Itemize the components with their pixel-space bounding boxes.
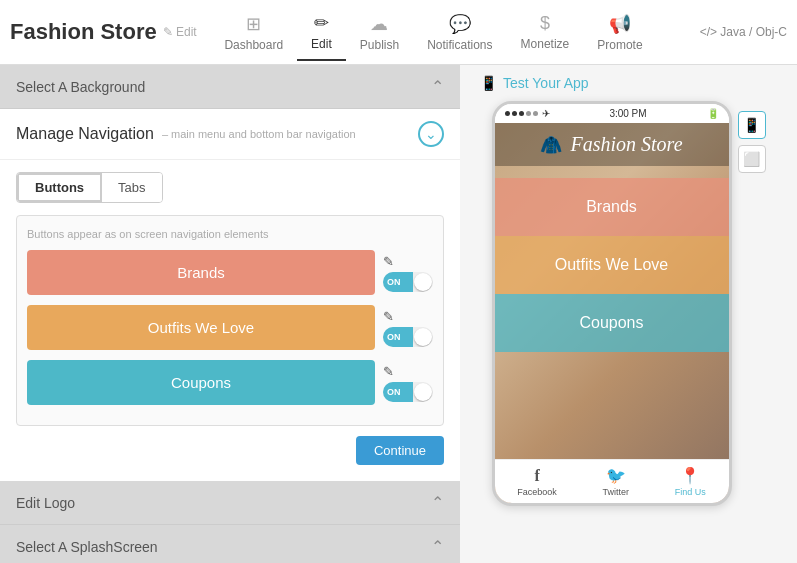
twitter-icon: 🐦 [606, 466, 626, 485]
coupons-toggle[interactable]: ON [383, 382, 433, 402]
phone-frame: ✈ 3:00 PM 🔋 🧥 Fashion Store [492, 101, 732, 506]
buttons-tab[interactable]: Buttons [17, 173, 102, 202]
nav-content: Buttons Tabs Buttons appear as on screen… [0, 160, 460, 481]
brand-title: Fashion Store [10, 19, 157, 45]
outfits-row: Outfits We Love ✎ ON [27, 305, 433, 350]
manage-nav-section: Manage Navigation – main menu and bottom… [0, 109, 460, 481]
left-panel: Select A Background ⌃ Manage Navigation … [0, 65, 460, 563]
phone-icon: 📱 [480, 75, 497, 91]
phone-coupons-btn[interactable]: Coupons [495, 294, 729, 352]
hanger-icon: 🧥 [540, 134, 562, 156]
nav-items-hint: Buttons appear as on screen navigation e… [27, 228, 433, 240]
phone-outfits-btn[interactable]: Outfits We Love [495, 236, 729, 294]
device-toggles: 📱 ⬜ [738, 111, 766, 173]
phone-app-title: Fashion Store [570, 133, 682, 156]
phone-app-header-bar: 🧥 Fashion Store [495, 123, 729, 166]
publish-icon: ☁ [370, 13, 388, 35]
edit-logo-section: Edit Logo ⌃ [0, 481, 460, 525]
promote-icon: 📢 [609, 13, 631, 35]
nav-dashboard[interactable]: ⊞ Dashboard [210, 5, 297, 60]
nav-notifications[interactable]: 💬 Notifications [413, 5, 506, 60]
test-app-label: Test Your App [503, 75, 589, 91]
select-bg-chevron-icon: ⌃ [431, 77, 444, 96]
nav-edit[interactable]: ✏ Edit [297, 4, 346, 61]
main-content: Select A Background ⌃ Manage Navigation … [0, 65, 797, 563]
phone-bottom-bar: f Facebook 🐦 Twitter 📍 Find Us [495, 459, 729, 503]
phone-twitter-item[interactable]: 🐦 Twitter [602, 466, 629, 497]
code-label[interactable]: </> Java / Obj-C [657, 25, 787, 39]
manage-nav-subtitle: – main menu and bottom bar navigation [162, 128, 356, 140]
dashboard-icon: ⊞ [246, 13, 261, 35]
nav-promote[interactable]: 📢 Promote [583, 5, 656, 60]
phone-app-bg: 🧥 Fashion Store Brands Outfits We Love C… [495, 123, 729, 503]
brands-edit-icon[interactable]: ✎ [383, 254, 394, 269]
outfits-controls: ✎ ON [383, 309, 433, 347]
phone-time: 3:00 PM [609, 108, 646, 119]
phone-toggle-btn[interactable]: 📱 [738, 111, 766, 139]
edit-logo-label: Edit Logo [16, 495, 75, 511]
coupons-button[interactable]: Coupons [27, 360, 375, 405]
select-splash-chevron-icon: ⌃ [431, 537, 444, 556]
brand-section: Fashion Store ✎ Edit [10, 19, 210, 45]
outfits-button[interactable]: Outfits We Love [27, 305, 375, 350]
facebook-icon: f [534, 467, 539, 485]
monetize-icon: $ [540, 13, 550, 34]
select-splash-label: Select A SplashScreen [16, 539, 158, 555]
tabs-tab[interactable]: Tabs [102, 173, 161, 202]
phone-overlay-btns: Brands Outfits We Love Coupons [495, 178, 729, 352]
phone-findus-item[interactable]: 📍 Find Us [675, 466, 706, 497]
outfits-edit-icon[interactable]: ✎ [383, 309, 394, 324]
nav-items-box: Buttons appear as on screen navigation e… [16, 215, 444, 426]
coupons-controls: ✎ ON [383, 364, 433, 402]
main-nav: ⊞ Dashboard ✏ Edit ☁ Publish 💬 Notificat… [210, 4, 657, 61]
tablet-toggle-btn[interactable]: ⬜ [738, 145, 766, 173]
edit-logo-header[interactable]: Edit Logo ⌃ [0, 481, 460, 524]
edit-link[interactable]: ✎ Edit [163, 25, 197, 39]
test-app-header: 📱 Test Your App [460, 75, 589, 91]
edit-logo-chevron-icon: ⌃ [431, 493, 444, 512]
notifications-icon: 💬 [449, 13, 471, 35]
manage-nav-header: Manage Navigation – main menu and bottom… [0, 109, 460, 160]
app-header: Fashion Store ✎ Edit ⊞ Dashboard ✏ Edit … [0, 0, 797, 65]
select-splash-header[interactable]: Select A SplashScreen ⌃ [0, 525, 460, 563]
brands-toggle[interactable]: ON [383, 272, 433, 292]
buttons-tabs-toggle: Buttons Tabs [16, 172, 163, 203]
nav-monetize[interactable]: $ Monetize [507, 5, 584, 59]
phone-facebook-item[interactable]: f Facebook [517, 467, 557, 497]
select-bg-section: Select A Background ⌃ [0, 65, 460, 109]
coupons-edit-icon[interactable]: ✎ [383, 364, 394, 379]
phone-status-bar: ✈ 3:00 PM 🔋 [495, 104, 729, 123]
phone-container: ✈ 3:00 PM 🔋 🧥 Fashion Store [492, 101, 766, 506]
edit-nav-icon: ✏ [314, 12, 329, 34]
brands-button[interactable]: Brands [27, 250, 375, 295]
nav-publish[interactable]: ☁ Publish [346, 5, 413, 60]
continue-row: Continue [16, 436, 444, 465]
right-panel: 📱 Test Your App ✈ [460, 65, 797, 563]
select-bg-label: Select A Background [16, 79, 145, 95]
brands-row: Brands ✎ ON [27, 250, 433, 295]
manage-nav-title: Manage Navigation [16, 125, 154, 143]
phone-battery: 🔋 [707, 108, 719, 119]
phone-brands-btn[interactable]: Brands [495, 178, 729, 236]
outfits-toggle[interactable]: ON [383, 327, 433, 347]
coupons-row: Coupons ✎ ON [27, 360, 433, 405]
select-bg-header[interactable]: Select A Background ⌃ [0, 65, 460, 108]
manage-nav-chevron-icon[interactable]: ⌄ [418, 121, 444, 147]
select-splash-section: Select A SplashScreen ⌃ [0, 525, 460, 563]
brands-controls: ✎ ON [383, 254, 433, 292]
continue-button[interactable]: Continue [356, 436, 444, 465]
phone-app: 🧥 Fashion Store Brands Outfits We Love C… [495, 123, 729, 503]
findus-icon: 📍 [680, 466, 700, 485]
